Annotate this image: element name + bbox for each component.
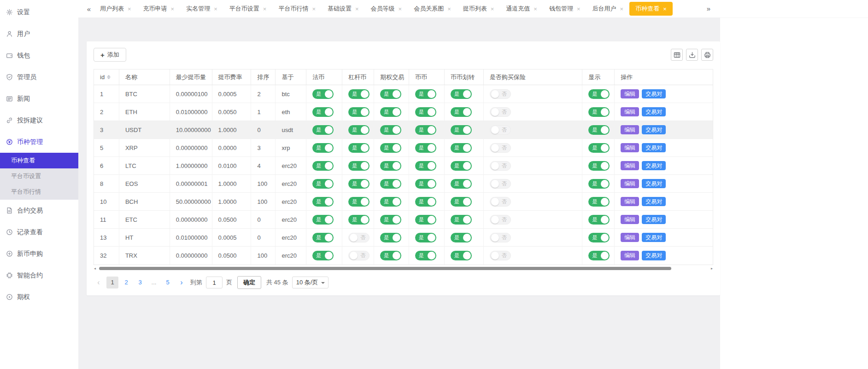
toggle-leverage[interactable]: 是 — [348, 143, 369, 153]
sidebar-subitem-platform-coin-market[interactable]: 平台币行情 — [0, 184, 78, 200]
toggle-option-trade[interactable]: 是 — [380, 143, 401, 153]
tab-kyc-manage[interactable]: 实名管理× — [180, 0, 223, 17]
page-jump-input[interactable] — [206, 277, 223, 288]
edit-button[interactable]: 编辑 — [621, 125, 639, 134]
tab-member-level[interactable]: 会员等级× — [365, 0, 408, 17]
toggle-insurance[interactable]: 否 — [490, 215, 511, 225]
trading-pair-button[interactable]: 交易对 — [642, 251, 666, 260]
tab-close-icon[interactable]: × — [577, 6, 581, 12]
toggle-fiat[interactable]: 是 — [312, 215, 334, 225]
toggle-coin[interactable]: 是 — [415, 197, 436, 207]
toggle-display[interactable]: 是 — [588, 107, 610, 117]
toggle-leverage[interactable]: 否 — [348, 233, 369, 242]
toggle-insurance[interactable]: 否 — [490, 233, 511, 242]
toggle-insurance[interactable]: 否 — [490, 251, 511, 260]
page-1[interactable]: 1 — [106, 277, 118, 288]
tab-user-list[interactable]: 用户列表× — [94, 0, 137, 17]
toggle-display[interactable]: 是 — [588, 89, 610, 99]
tab-wallet-manage[interactable]: 钱包管理× — [543, 0, 586, 17]
toggle-coin-transfer[interactable]: 是 — [451, 251, 472, 260]
edit-button[interactable]: 编辑 — [621, 143, 639, 152]
edit-button[interactable]: 编辑 — [621, 89, 639, 98]
toggle-coin[interactable]: 是 — [415, 233, 436, 242]
toggle-display[interactable]: 是 — [588, 251, 610, 260]
scrollbar-thumb[interactable] — [99, 267, 671, 270]
toggle-coin-transfer[interactable]: 是 — [451, 197, 472, 207]
toggle-fiat[interactable]: 是 — [312, 179, 334, 189]
edit-button[interactable]: 编辑 — [621, 179, 639, 188]
trading-pair-button[interactable]: 交易对 — [642, 197, 666, 206]
page-2[interactable]: 2 — [120, 277, 132, 288]
toggle-coin-transfer[interactable]: 是 — [451, 179, 472, 189]
toggle-option-trade[interactable]: 是 — [380, 215, 401, 225]
toggle-leverage[interactable]: 否 — [348, 251, 369, 260]
toggle-leverage[interactable]: 是 — [348, 125, 369, 135]
page-5[interactable]: 5 — [162, 277, 174, 288]
sort-icons[interactable] — [107, 73, 111, 81]
toggle-coin-transfer[interactable]: 是 — [451, 215, 472, 225]
confirm-button[interactable]: 确定 — [237, 276, 261, 289]
sidebar-item-new-coin[interactable]: 新币申购 — [0, 243, 78, 265]
toggle-insurance[interactable]: 否 — [490, 107, 511, 117]
tab-close-icon[interactable]: × — [663, 6, 667, 12]
horizontal-scrollbar[interactable]: ◂ ▸ — [94, 265, 713, 272]
tab-close-icon[interactable]: × — [534, 6, 537, 12]
tab-close-icon[interactable]: × — [447, 6, 451, 12]
toggle-display[interactable]: 是 — [588, 215, 610, 225]
toggle-display[interactable]: 是 — [588, 197, 610, 207]
trading-pair-button[interactable]: 交易对 — [642, 233, 666, 242]
tab-member-graph[interactable]: 会员关系图× — [408, 0, 457, 17]
tab-close-icon[interactable]: × — [399, 6, 402, 12]
toggle-insurance[interactable]: 否 — [490, 197, 511, 207]
tab-platform-coin-market[interactable]: 平台币行情× — [272, 0, 322, 17]
next-page-icon[interactable]: › — [176, 279, 187, 286]
toggle-display[interactable]: 是 — [588, 179, 610, 189]
toggle-option-trade[interactable]: 是 — [380, 197, 401, 207]
trading-pair-button[interactable]: 交易对 — [642, 125, 666, 134]
toggle-option-trade[interactable]: 是 — [380, 251, 401, 260]
toggle-coin-transfer[interactable]: 是 — [451, 143, 472, 153]
toggle-coin[interactable]: 是 — [415, 125, 436, 135]
sidebar-item-news[interactable]: 新闻 — [0, 88, 78, 110]
toggle-option-trade[interactable]: 是 — [380, 107, 401, 117]
toggle-coin[interactable]: 是 — [415, 179, 436, 189]
sidebar-item-settings[interactable]: 设置 — [0, 1, 78, 23]
toggle-coin-transfer[interactable]: 是 — [451, 125, 472, 135]
toggle-option-trade[interactable]: 是 — [380, 161, 401, 171]
sidebar-item-smart-contract[interactable]: 智能合约 — [0, 265, 78, 286]
trading-pair-button[interactable]: 交易对 — [642, 215, 666, 224]
edit-button[interactable]: 编辑 — [621, 251, 639, 260]
edit-button[interactable]: 编辑 — [621, 107, 639, 116]
tab-deposit-request[interactable]: 充币申请× — [137, 0, 181, 17]
toggle-fiat[interactable]: 是 — [312, 125, 334, 135]
toggle-coin-transfer[interactable]: 是 — [451, 89, 472, 99]
trading-pair-button[interactable]: 交易对 — [642, 161, 666, 170]
tabs-scroll-left-icon[interactable]: « — [84, 5, 94, 13]
tab-admin-users[interactable]: 后台用户× — [586, 0, 630, 17]
add-button[interactable]: + 添加 — [94, 48, 126, 62]
edit-button[interactable]: 编辑 — [621, 215, 639, 224]
sidebar-item-contract-trade[interactable]: 合约交易 — [0, 200, 78, 221]
sidebar-item-records[interactable]: 记录查看 — [0, 221, 78, 243]
toggle-fiat[interactable]: 是 — [312, 89, 334, 99]
edit-button[interactable]: 编辑 — [621, 197, 639, 206]
toggle-fiat[interactable]: 是 — [312, 251, 334, 260]
toggle-display[interactable]: 是 — [588, 161, 610, 171]
toggle-coin-transfer[interactable]: 是 — [451, 233, 472, 242]
toggle-insurance[interactable]: 否 — [490, 143, 511, 153]
toggle-coin[interactable]: 是 — [415, 161, 436, 171]
tab-platform-coin-settings[interactable]: 平台币设置× — [223, 0, 273, 17]
toggle-leverage[interactable]: 是 — [348, 107, 369, 117]
sidebar-item-feedback[interactable]: 投拆建议 — [0, 110, 78, 131]
tab-close-icon[interactable]: × — [171, 6, 175, 12]
prev-page-icon[interactable]: ‹ — [94, 279, 104, 286]
export-icon[interactable] — [686, 49, 698, 61]
sidebar-item-options[interactable]: 期权 — [0, 286, 78, 308]
page-size-select[interactable]: 10 条/页 — [292, 277, 329, 288]
toggle-fiat[interactable]: 是 — [312, 197, 334, 207]
edit-button[interactable]: 编辑 — [621, 161, 639, 170]
toggle-insurance[interactable]: 否 — [490, 179, 511, 189]
tab-withdraw-list[interactable]: 提币列表× — [457, 0, 500, 17]
tab-close-icon[interactable]: × — [128, 6, 131, 12]
toggle-coin[interactable]: 是 — [415, 251, 436, 260]
